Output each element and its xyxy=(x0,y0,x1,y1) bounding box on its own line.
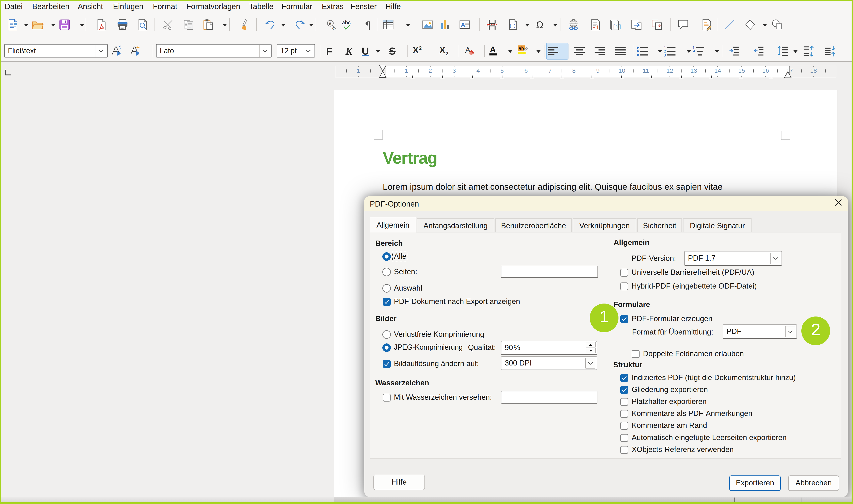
svg-text:A: A xyxy=(461,21,465,28)
svg-text:Ω: Ω xyxy=(536,19,543,30)
svg-text:1: 1 xyxy=(692,46,695,50)
svg-text:[i]: [i] xyxy=(613,24,621,30)
svg-text:1: 1 xyxy=(596,24,599,30)
svg-text:a: a xyxy=(329,21,331,25)
svg-text:(–): (–) xyxy=(510,23,515,28)
svg-text:abc: abc xyxy=(342,19,350,25)
svg-text:ab: ab xyxy=(519,46,524,51)
svg-text:A: A xyxy=(490,45,496,54)
svg-text:3: 3 xyxy=(664,53,666,57)
svg-text:d: d xyxy=(332,26,334,30)
svg-text:¶: ¶ xyxy=(365,19,370,31)
